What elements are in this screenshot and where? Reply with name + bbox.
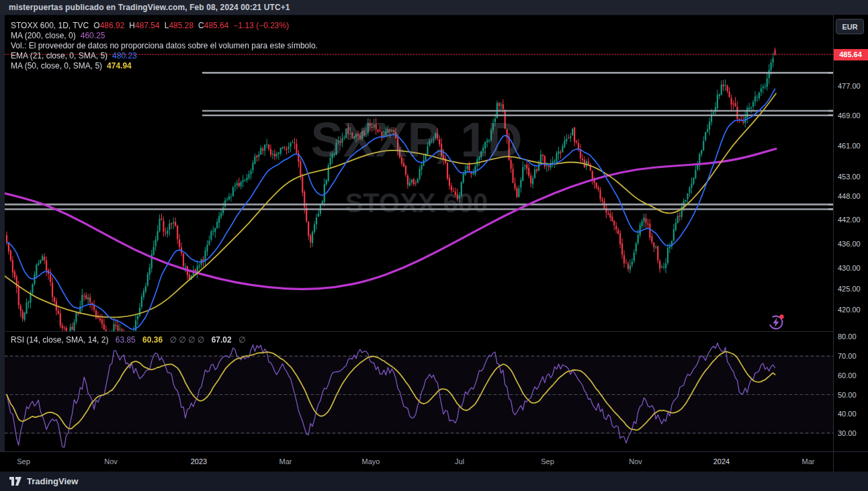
price-tick-label: 448.00 [838, 192, 861, 200]
snapshot-header: misterpuertas publicado en TradingView.c… [0, 0, 868, 15]
last-price-badge: 485.64 [833, 49, 868, 60]
price-tick-label: 442.00 [838, 216, 861, 224]
legend-ema21-row: EMA (21, close, 0, SMA, 5)480.23 [11, 51, 318, 61]
price-tick-label: 425.00 [838, 285, 861, 293]
legend-ma200-row: MA (200, close, 0)460.25 [11, 31, 318, 41]
time-axis-month-label: Mayo [351, 457, 391, 465]
time-axis-month-label: Mar [265, 457, 306, 465]
time-axis-month-label: Nov [615, 457, 656, 465]
ma50-label: MA (50, close, 0, SMA, 5) [11, 61, 102, 71]
rsi-tick-label: 30.00 [838, 429, 857, 437]
axis-horizontal-border [0, 451, 868, 452]
ma200-value: 460.25 [81, 31, 105, 40]
low-value: 485.28 [169, 21, 193, 30]
axis-vertical-border [833, 15, 834, 472]
boost-icon[interactable] [767, 312, 787, 332]
symbol-title: STOXX 600, 1D, TVC [11, 21, 89, 30]
rsi-tick-label: 40.00 [838, 410, 857, 418]
price-tick-label: 420.00 [838, 306, 861, 314]
rsi-ma-value: 60.36 [142, 335, 163, 345]
rsi-empty-values: ∅ ∅ ∅ ∅ [169, 335, 204, 345]
price-axis[interactable]: EUR 485.64 477.00469.00461.00453.00448.0… [834, 15, 868, 451]
chart-canvas[interactable] [0, 15, 833, 451]
price-tick-label: 461.00 [838, 142, 861, 150]
price-tick-label: 430.00 [838, 264, 861, 272]
time-axis-month-label: Sep [3, 457, 44, 465]
currency-button[interactable]: EUR [836, 19, 864, 34]
high-value: 487.54 [135, 21, 160, 30]
footer-bar: TradingView [0, 472, 868, 491]
time-axis[interactable]: SepNov2023MarMayoJulSepNov2024Mar [0, 452, 833, 472]
chart-left-margin [0, 15, 5, 451]
legend-volume-row: Vol.: El proveedor de datos no proporcio… [11, 41, 318, 51]
rsi-extra-value: 67.02 [212, 335, 232, 345]
ma50-value: 474.94 [107, 61, 132, 71]
price-tick-label: 453.00 [838, 173, 861, 181]
open-label: O [93, 21, 99, 30]
time-axis-month-label: Sep [527, 457, 568, 465]
ma200-label: MA (200, close, 0) [11, 31, 76, 40]
high-label: H [129, 21, 135, 30]
legend-symbol-row: STOXX 600, 1D, TVCO486.92H487.54L485.28C… [11, 21, 318, 31]
tradingview-logo-icon[interactable] [9, 476, 22, 486]
change-value: −1.13 (−0.23%) [233, 21, 289, 30]
rsi-value: 63.85 [116, 335, 136, 345]
ema21-value: 480.23 [112, 51, 137, 60]
indicator-legend: STOXX 600, 1D, TVCO486.92H487.54L485.28C… [11, 21, 318, 71]
rsi-tick-label: 60.00 [838, 371, 857, 380]
close-value: 485.64 [204, 21, 229, 30]
rsi-tick-label: 80.00 [838, 332, 857, 341]
close-label: C [198, 21, 204, 30]
rsi-legend: RSI (14, close, SMA, 14, 2) 63.85 60.36 … [11, 335, 250, 345]
snapshot-title: misterpuertas publicado en TradingView.c… [9, 3, 290, 12]
time-axis-year-label: 2023 [179, 457, 219, 465]
time-axis-year-label: 2024 [701, 457, 742, 465]
price-tick-label: 469.00 [838, 111, 861, 120]
volume-note: Vol.: El proveedor de datos no proporcio… [11, 41, 318, 50]
open-value: 486.92 [100, 21, 125, 30]
legend-ma50-row: MA (50, close, 0, SMA, 5)474.94 [11, 61, 318, 71]
rsi-tick-label: 50.00 [838, 391, 857, 399]
time-axis-month-label: Jul [439, 457, 480, 465]
rsi-tick-label: 70.00 [838, 352, 857, 360]
ema21-label: EMA (21, close, 0, SMA, 5) [11, 51, 107, 60]
price-tick-label: 477.00 [838, 82, 861, 90]
tradingview-snapshot: misterpuertas publicado en TradingView.c… [0, 0, 868, 491]
rsi-empty-last: ∅ [238, 335, 245, 345]
time-axis-month-label: Mar [788, 457, 828, 465]
price-tick-label: 436.00 [838, 240, 861, 248]
rsi-label: RSI (14, close, SMA, 14, 2) [11, 335, 108, 345]
time-axis-month-label: Nov [91, 457, 131, 465]
tradingview-wordmark[interactable]: TradingView [27, 476, 78, 486]
